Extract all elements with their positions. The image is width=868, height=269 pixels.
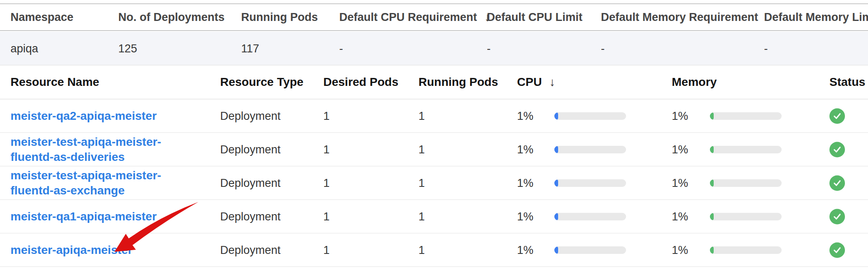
col-cpu-label: CPU [517,75,542,88]
table-row: meister-test-apiqa-meister-fluentd-as-ex… [0,166,868,200]
resource-link-meister-test-apiqa-meister-fluentd-as-deliveries[interactable]: meister-test-apiqa-meister-fluentd-as-de… [10,134,203,165]
cpu-progress-bar [554,246,626,254]
table-row: meister-apiqa-meister Deployment 1 1 1% … [0,233,868,267]
memory-progress-bar [710,112,782,120]
memory-progress-bar [710,179,782,187]
memory-progress-bar [710,246,782,254]
cpu-progress-fill [554,179,558,187]
resource-type: Deployment [220,109,281,122]
status-ok-check-circle-icon [829,142,845,157]
resource-name-cell: meister-apiqa-meister [10,243,203,258]
running-pods-value: 1 [418,143,425,156]
memory-progress-fill [710,213,714,220]
resource-type: Deployment [220,176,281,189]
default-memory-requirement-value: - [601,42,605,55]
col-running-pods-2[interactable]: Running Pods [418,75,498,89]
col-default-cpu-limit[interactable]: Default CPU Limit [487,11,582,24]
default-memory-limit-value: - [764,42,768,55]
resource-link-meister-test-apiqa-meister-fluentd-as-exchange[interactable]: meister-test-apiqa-meister-fluentd-as-ex… [10,168,203,198]
resource-link-meister-apiqa-meister[interactable]: meister-apiqa-meister [10,243,133,258]
desired-pods-value: 1 [323,243,330,256]
resource-name-cell: meister-qa1-apiqa-meister [10,209,203,224]
cpu-percent: 1% [517,143,533,156]
cpu-progress-bar [554,146,626,153]
namespace-name: apiqa [10,42,38,55]
memory-percent: 1% [672,243,688,256]
col-running-pods[interactable]: Running Pods [241,11,318,24]
memory-percent: 1% [672,143,688,156]
col-memory[interactable]: Memory [672,75,717,89]
cpu-percent: 1% [517,176,533,189]
cpu-progress-fill [554,112,558,120]
sort-desc-icon: ↓ [549,75,555,89]
cpu-progress-fill [554,246,558,254]
resource-name-cell: meister-qa2-apiqa-meister [10,109,203,124]
resource-link-meister-qa2-apiqa-meister[interactable]: meister-qa2-apiqa-meister [10,109,157,124]
namespace-workloads-screen: Namespace No. of Deployments Running Pod… [0,0,868,269]
table-row: meister-qa1-apiqa-meister Deployment 1 1… [0,200,868,233]
status-ok-check-circle-icon [829,209,845,224]
memory-progress-fill [710,112,714,120]
desired-pods-value: 1 [323,176,330,189]
memory-percent: 1% [672,176,688,189]
running-pods-value: 1 [418,210,425,223]
cpu-percent: 1% [517,243,533,256]
cpu-progress-bar [554,179,626,187]
namespace-table-header: Namespace No. of Deployments Running Pod… [0,4,868,31]
cpu-progress-bar [554,112,626,120]
default-cpu-limit-value: - [487,42,491,55]
memory-percent: 1% [672,109,688,122]
default-cpu-requirement-value: - [339,42,343,55]
memory-progress-fill [710,179,714,187]
resource-table-header: Resource Name Resource Type Desired Pods… [0,65,868,99]
col-namespace[interactable]: Namespace [10,11,73,24]
status-ok-check-circle-icon [829,242,845,258]
memory-progress-fill [710,246,714,254]
col-default-memory-limit[interactable]: Default Memory Limit [764,11,868,24]
resource-link-meister-qa1-apiqa-meister[interactable]: meister-qa1-apiqa-meister [10,209,157,224]
desired-pods-value: 1 [323,210,330,223]
memory-progress-fill [710,146,714,153]
desired-pods-value: 1 [323,143,330,156]
memory-progress-bar [710,213,782,220]
col-default-cpu-requirement[interactable]: Default CPU Requirement↓ [339,10,491,24]
memory-percent: 1% [672,210,688,223]
col-resource-name[interactable]: Resource Name [10,75,203,90]
table-row: meister-test-apiqa-meister-fluentd-as-de… [0,133,868,166]
running-pods-value: 1 [418,176,425,189]
desired-pods-value: 1 [323,109,330,122]
cpu-progress-fill [554,146,558,153]
cpu-progress-fill [554,213,558,220]
resource-type: Deployment [220,243,281,256]
resource-type: Deployment [220,143,281,156]
col-default-memory-requirement[interactable]: Default Memory Requirement [601,11,758,24]
col-desired-pods[interactable]: Desired Pods [323,75,398,89]
running-pods-value: 1 [418,109,425,122]
col-no-of-deployments[interactable]: No. of Deployments [118,11,225,24]
col-resource-type[interactable]: Resource Type [220,75,304,89]
col-status[interactable]: Status [829,75,865,89]
cpu-percent: 1% [517,210,533,223]
col-cpu[interactable]: CPU↓ [517,75,555,89]
status-ok-check-circle-icon [829,175,845,191]
resource-name-cell: meister-test-apiqa-meister-fluentd-as-de… [10,134,203,165]
cpu-percent: 1% [517,109,533,122]
memory-progress-bar [710,146,782,153]
namespace-row-apiqa[interactable]: apiqa 125 117 - - - - [0,32,868,65]
cpu-progress-bar [554,213,626,220]
running-pods-value: 1 [418,243,425,256]
resource-name-cell: meister-test-apiqa-meister-fluentd-as-ex… [10,168,203,198]
deployments-count: 125 [118,42,137,55]
table-row: meister-qa2-apiqa-meister Deployment 1 1… [0,99,868,133]
resource-type: Deployment [220,210,281,223]
col-default-cpu-requirement-label: Default CPU Requirement [339,11,477,23]
running-pods-count: 117 [241,42,259,55]
status-ok-check-circle-icon [829,108,845,124]
